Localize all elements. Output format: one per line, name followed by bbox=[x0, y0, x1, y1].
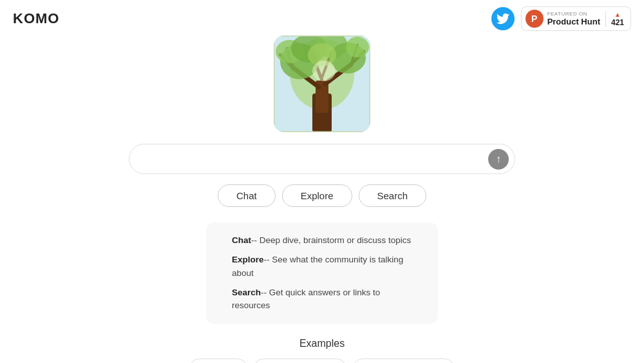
product-hunt-badge[interactable]: P FEATURED ON Product Hunt ▲ 421 bbox=[521, 6, 631, 31]
info-search-line: Search-- Get quick answers or links to r… bbox=[232, 286, 412, 313]
product-hunt-name: Product Hunt bbox=[547, 17, 600, 26]
logo: KOMO bbox=[13, 10, 59, 27]
info-chat-line: Chat-- Deep dive, brainstorm or discuss … bbox=[232, 234, 412, 247]
product-hunt-text: FEATURED ON Product Hunt bbox=[547, 11, 600, 26]
info-explore-label: Explore bbox=[232, 255, 264, 264]
product-hunt-count-block: ▲ 421 bbox=[605, 11, 624, 27]
example-chip-2[interactable]: How to learn Spanish bbox=[353, 358, 455, 363]
info-chat-label: Chat bbox=[232, 235, 251, 245]
header: KOMO P FEATURED ON Product Hunt ▲ 421 bbox=[0, 0, 644, 37]
svg-point-19 bbox=[312, 61, 336, 81]
search-input[interactable] bbox=[129, 144, 515, 174]
search-container: ↑ bbox=[129, 144, 515, 174]
search-submit-button[interactable]: ↑ bbox=[488, 149, 509, 170]
example-chip-0[interactable]: Komorebi bbox=[189, 358, 247, 363]
hero-image bbox=[274, 35, 370, 132]
info-chat-description: -- Deep dive, brainstorm or discuss topi… bbox=[251, 235, 411, 245]
examples-title: Examples bbox=[299, 338, 345, 349]
product-hunt-count: 421 bbox=[611, 18, 624, 27]
info-box: Chat-- Deep dive, brainstorm or discuss … bbox=[206, 222, 438, 324]
info-explore-line: Explore-- See what the community is talk… bbox=[232, 253, 412, 280]
tab-chat[interactable]: Chat bbox=[218, 184, 276, 207]
twitter-button[interactable] bbox=[491, 7, 515, 30]
main-content: ↑ Chat Explore Search Chat-- Deep dive, … bbox=[0, 0, 644, 363]
examples-chips: Komorebi New york trip ideas How to lear… bbox=[129, 358, 515, 363]
product-hunt-icon: P bbox=[526, 10, 544, 28]
product-hunt-featured-label: FEATURED ON bbox=[547, 11, 600, 17]
submit-arrow-icon: ↑ bbox=[496, 154, 501, 164]
product-hunt-arrow-icon: ▲ bbox=[614, 11, 621, 18]
info-search-label: Search bbox=[232, 288, 261, 297]
mode-tabs: Chat Explore Search bbox=[218, 184, 426, 207]
tree-illustration bbox=[274, 35, 370, 132]
tab-explore[interactable]: Explore bbox=[282, 184, 352, 207]
tab-search[interactable]: Search bbox=[359, 184, 427, 207]
svg-point-17 bbox=[346, 37, 369, 57]
header-right: P FEATURED ON Product Hunt ▲ 421 bbox=[491, 6, 631, 31]
twitter-icon bbox=[497, 12, 509, 25]
example-chip-1[interactable]: New york trip ideas bbox=[254, 358, 347, 363]
